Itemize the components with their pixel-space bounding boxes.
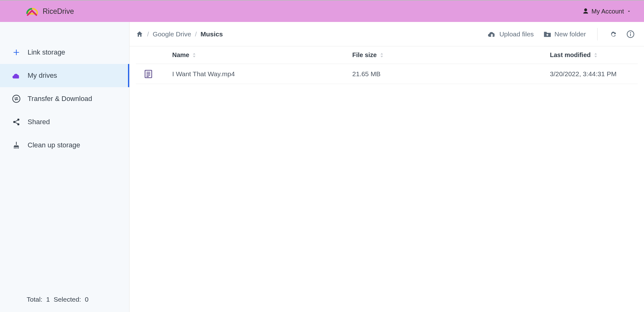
total-value: 1 <box>46 296 50 303</box>
chevron-down-icon <box>626 9 631 14</box>
column-header-size[interactable]: File size <box>352 51 550 59</box>
breadcrumb-current: Musics <box>200 30 223 38</box>
sidebar-item-label: Shared <box>28 118 50 126</box>
breadcrumb: / Google Drive / Musics <box>136 30 223 38</box>
brand-logo-icon <box>25 6 39 17</box>
total-label: Total: <box>27 296 42 303</box>
transfer-icon <box>12 94 21 103</box>
broom-icon <box>12 141 21 150</box>
nav-list: Link storage My drives Transfer & Downlo… <box>0 41 129 157</box>
breadcrumb-separator: / <box>195 30 197 38</box>
selected-label: Selected: <box>54 296 81 303</box>
brand-name: RiceDrive <box>43 7 74 16</box>
file-icon <box>145 70 152 78</box>
table-header: Name File size Last modified <box>136 46 638 64</box>
share-icon <box>12 118 21 126</box>
toolbar-actions: Upload files New folder <box>487 28 635 40</box>
sort-icon <box>192 53 196 57</box>
file-size: 21.65 MB <box>352 70 550 78</box>
sidebar-item-label: Transfer & Download <box>28 95 92 103</box>
sidebar-item-link-storage[interactable]: Link storage <box>0 41 129 64</box>
file-type-icon-cell <box>136 70 161 78</box>
sidebar-item-shared[interactable]: Shared <box>0 110 129 134</box>
cloud-upload-icon <box>487 31 496 38</box>
file-name: I Want That Way.mp4 <box>161 70 352 78</box>
sidebar-footer: Total: 1 Selected: 0 <box>0 296 129 312</box>
column-header-name[interactable]: Name <box>161 51 352 59</box>
sidebar-item-my-drives[interactable]: My drives <box>0 64 129 87</box>
account-label: My Account <box>592 8 624 15</box>
svg-point-1 <box>13 121 15 123</box>
toolbar-divider <box>597 28 598 40</box>
table-row[interactable]: I Want That Way.mp4 21.65 MB 3/20/2022, … <box>136 64 638 84</box>
new-folder-label: New folder <box>555 30 586 38</box>
sort-icon <box>594 53 598 57</box>
svg-point-0 <box>13 95 20 102</box>
breadcrumb-separator: / <box>147 30 149 38</box>
person-icon <box>582 8 589 15</box>
sidebar: Link storage My drives Transfer & Downlo… <box>0 22 130 312</box>
column-header-modified[interactable]: Last modified <box>550 51 638 59</box>
upload-files-button[interactable]: Upload files <box>487 30 534 38</box>
breadcrumb-home[interactable] <box>136 30 143 38</box>
main: / Google Drive / Musics Upload files New… <box>130 22 644 312</box>
brand[interactable]: RiceDrive <box>25 6 74 17</box>
home-icon <box>136 30 143 38</box>
info-button[interactable] <box>626 30 635 38</box>
file-modified: 3/20/2022, 3:44:31 PM <box>550 70 638 78</box>
sort-icon <box>380 53 384 57</box>
folder-plus-icon <box>543 31 551 38</box>
topbar: RiceDrive My Account <box>0 0 644 22</box>
cloud-icon <box>12 71 21 80</box>
refresh-button[interactable] <box>609 30 617 38</box>
upload-label: Upload files <box>499 30 534 38</box>
sidebar-item-label: My drives <box>28 71 57 80</box>
file-table: Name File size Last modified <box>130 46 644 84</box>
plus-icon <box>12 48 21 57</box>
info-icon <box>626 30 635 38</box>
sidebar-item-clean-up[interactable]: Clean up storage <box>0 134 129 157</box>
sidebar-item-transfer-download[interactable]: Transfer & Download <box>0 87 129 110</box>
refresh-icon <box>609 30 617 38</box>
svg-point-5 <box>630 32 631 33</box>
selected-value: 0 <box>85 296 88 303</box>
account-menu[interactable]: My Account <box>582 8 631 15</box>
sidebar-item-label: Link storage <box>28 48 65 56</box>
toolbar: / Google Drive / Musics Upload files New… <box>130 22 644 46</box>
sidebar-item-label: Clean up storage <box>28 141 80 149</box>
breadcrumb-drive[interactable]: Google Drive <box>153 30 191 38</box>
new-folder-button[interactable]: New folder <box>543 30 586 38</box>
svg-rect-6 <box>630 34 631 36</box>
